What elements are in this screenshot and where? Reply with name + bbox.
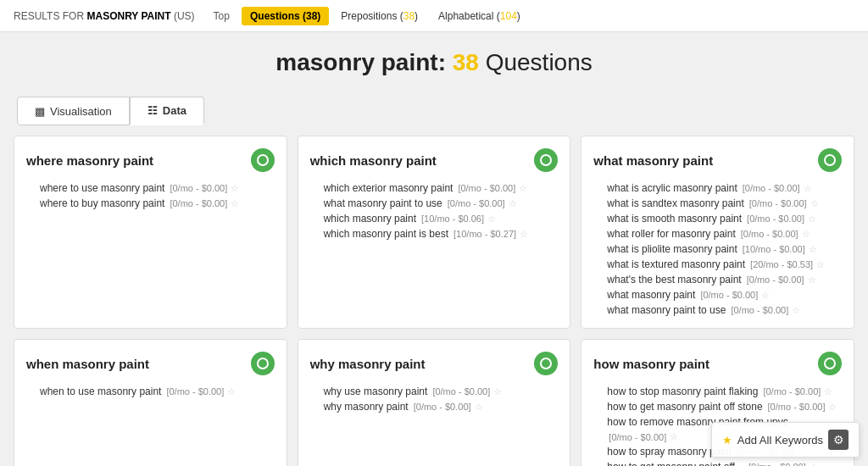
keyword-star-icon[interactable]: ☆ [231, 198, 239, 209]
keyword-star-icon[interactable]: ☆ [227, 386, 236, 397]
nav-tabs: Top Questions (38) Prepositions (38) Alp… [205, 7, 529, 25]
keyword-text: what is sandtex masonry paint [607, 197, 743, 209]
card-header-why: why masonry paint [310, 352, 559, 375]
keyword-text: why use masonry paint [324, 386, 428, 397]
card-which: which masonry paintwhich exterior masonr… [298, 136, 571, 329]
keyword-list-why: why use masonry paint[0/mo - $0.00]☆why … [310, 386, 559, 413]
questions-count: 38 [306, 10, 317, 22]
cards-grid: where masonry paintwhere to use masonry … [0, 136, 868, 466]
keyword-star-icon[interactable]: ☆ [792, 305, 800, 316]
card-action-btn-how[interactable] [818, 352, 842, 375]
list-item: what is sandtex masonry paint[0/mo - $0.… [607, 197, 842, 209]
card-action-btn-where[interactable] [251, 148, 275, 172]
list-item: what roller for masonry paint[0/mo - $0.… [607, 228, 842, 240]
keyword-star-icon[interactable]: ☆ [519, 183, 527, 194]
keyword-star-icon[interactable]: ☆ [487, 214, 496, 225]
keyword-meta: [0/mo - $0.00] [700, 290, 758, 300]
list-item: what masonry paint[0/mo - $0.00]☆ [607, 289, 842, 301]
card-header-what: what masonry paint [593, 148, 842, 172]
card-action-btn-which[interactable] [534, 148, 558, 172]
keyword-text: which exterior masonry paint [324, 182, 453, 194]
keyword-meta: [10/mo - $0.00] [743, 244, 805, 254]
keyword-list-when: when to use masonry paint[0/mo - $0.00]☆ [26, 386, 275, 397]
title-keyword: masonry paint: [275, 49, 446, 75]
card-header-where: where masonry paint [26, 148, 275, 172]
keyword-text: when to use masonry paint [40, 386, 161, 397]
add-all-keywords-btn[interactable]: ★ Add All Keywords ⚙ [711, 422, 860, 458]
card-title-why: why masonry paint [310, 357, 426, 371]
visualisation-btn[interactable]: ▩ Visualisation [17, 97, 130, 125]
tab-alphabetical[interactable]: Alphabetical (104) [430, 7, 529, 25]
list-item: what masonry paint to use[0/mo - $0.00]☆ [324, 197, 559, 209]
keyword-star-icon[interactable]: ☆ [802, 229, 810, 240]
keyword-text: where to buy masonry paint [40, 197, 164, 209]
list-item: why use masonry paint[0/mo - $0.00]☆ [324, 386, 559, 397]
tab-prepositions[interactable]: Prepositions (38) [332, 7, 426, 25]
keyword-star-icon[interactable]: ☆ [808, 214, 816, 225]
keyword-text: what masonry paint to use [607, 304, 726, 316]
card-where: where masonry paintwhere to use masonry … [14, 136, 287, 329]
keyword-meta: [0/mo - $0.00] [731, 305, 788, 315]
keyword-star-icon[interactable]: ☆ [810, 462, 818, 467]
gear-icon[interactable]: ⚙ [828, 430, 849, 450]
list-item: where to use masonry paint[0/mo - $0.00]… [40, 182, 275, 194]
keyword-meta: [0/mo - $0.00] [748, 462, 806, 466]
data-btn[interactable]: ☷ Data [130, 97, 204, 125]
keyword-text: which masonry paint is best [324, 228, 448, 240]
list-item: how to get masonry paint off...[0/mo - $… [607, 461, 842, 466]
list-item: what's the best masonry paint[0/mo - $0.… [607, 274, 842, 286]
tab-questions[interactable]: Questions (38) [242, 7, 329, 25]
results-label: RESULTS FOR MASONRY PAINT (US) [14, 10, 195, 22]
keyword-star-icon[interactable]: ☆ [816, 259, 825, 270]
tab-top[interactable]: Top [205, 7, 238, 25]
keyword-star-icon[interactable]: ☆ [509, 198, 517, 209]
keyword-text: how to get masonry paint off... [607, 461, 743, 466]
title-count: 38 [453, 49, 479, 75]
keyword-meta: [10/mo - $0.06] [421, 214, 484, 224]
card-action-btn-what[interactable] [818, 148, 842, 172]
list-item: how to get masonry paint off stone[0/mo … [607, 401, 842, 413]
keyword-star-icon[interactable]: ☆ [231, 183, 239, 194]
keyword-meta: [0/mo - $0.00] [743, 183, 800, 193]
keyword-star-icon[interactable]: ☆ [808, 275, 816, 286]
keyword-list-where: where to use masonry paint[0/mo - $0.00]… [26, 182, 275, 209]
card-header-when: when masonry paint [26, 352, 275, 375]
card-title-what: what masonry paint [593, 153, 713, 168]
keyword-list-what: what is acrylic masonry paint[0/mo - $0.… [593, 182, 842, 316]
keyword-meta: [0/mo - $0.00] [763, 386, 821, 397]
region-label: (US) [174, 10, 195, 22]
keyword-text: why masonry paint [324, 401, 409, 413]
card-action-btn-why[interactable] [534, 352, 558, 375]
keyword-text: where to use masonry paint [40, 182, 164, 194]
visualisation-label: Visualisation [50, 105, 112, 118]
keyword-star-icon[interactable]: ☆ [520, 229, 528, 240]
keyword-text: what is acrylic masonry paint [607, 182, 737, 194]
keyword-text: what masonry paint to use [324, 197, 442, 209]
keyword-star-icon[interactable]: ☆ [809, 244, 817, 255]
card-action-btn-when[interactable] [251, 352, 275, 375]
keyword-meta: [0/mo - $0.00] [747, 214, 804, 224]
keyword-star-icon[interactable]: ☆ [475, 402, 483, 413]
add-all-label: Add All Keywords [737, 434, 823, 447]
list-item: what is textured masonry paint[20/mo - $… [607, 258, 842, 270]
list-item: what is acrylic masonry paint[0/mo - $0.… [607, 182, 842, 194]
keyword-star-icon[interactable]: ☆ [828, 402, 837, 413]
keyword-star-icon[interactable]: ☆ [810, 198, 819, 209]
card-title-where: where masonry paint [26, 153, 153, 168]
keyword-meta: [0/mo - $0.00] [768, 402, 826, 412]
list-item: what masonry paint to use[0/mo - $0.00]☆ [607, 304, 842, 316]
keyword-star-icon[interactable]: ☆ [493, 386, 502, 397]
keyword-text: what is pliolite masonry paint [607, 243, 737, 255]
keyword-meta: [10/mo - $0.27] [453, 229, 516, 239]
keyword-star-icon[interactable]: ☆ [804, 183, 812, 194]
keyword-star-icon[interactable]: ☆ [761, 290, 770, 301]
list-item: why masonry paint[0/mo - $0.00]☆ [324, 401, 559, 413]
card-header-how: how masonry paint [593, 352, 842, 375]
card-title-which: which masonry paint [310, 153, 437, 168]
keyword-text: what is smooth masonry paint [607, 213, 742, 225]
card-title-how: how masonry paint [593, 357, 709, 371]
list-item: when to use masonry paint[0/mo - $0.00]☆ [40, 386, 275, 397]
keyword-star-icon[interactable]: ☆ [824, 386, 832, 397]
keyword-star-icon[interactable]: ☆ [670, 431, 678, 442]
keyword-meta: [0/mo - $0.00] [749, 198, 807, 208]
